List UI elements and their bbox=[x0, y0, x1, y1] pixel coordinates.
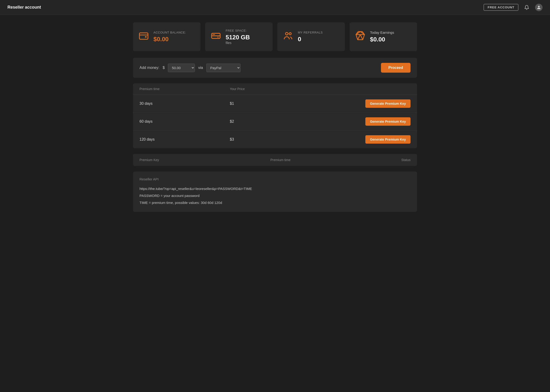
svg-point-8 bbox=[289, 33, 291, 35]
today-earnings-label: Today Earnings bbox=[370, 30, 394, 35]
svg-rect-2 bbox=[145, 36, 147, 37]
generate-key-120-button[interactable]: Generate Premium Key bbox=[365, 135, 410, 144]
days-120: 120 days bbox=[140, 137, 230, 141]
days-30: 30 days bbox=[140, 101, 230, 106]
days-60: 60 days bbox=[140, 119, 230, 124]
premium-table-section: Premium time Your Price 30 days $1 Gener… bbox=[133, 83, 417, 148]
generate-key-30-button[interactable]: Generate Premium Key bbox=[365, 99, 410, 108]
free-space-value: 5120 GB bbox=[226, 34, 250, 41]
api-line3: TIME = premium time, possible values: 30… bbox=[140, 199, 410, 206]
via-label: via bbox=[198, 66, 203, 70]
stat-card-free-space: FREE SPACE: 5120 GB files bbox=[205, 22, 273, 51]
premium-key-column-header: Premium Key bbox=[140, 158, 270, 162]
page-title: Reseller account bbox=[7, 5, 484, 10]
table-row: 120 days $3 Generate Premium Key bbox=[133, 131, 417, 148]
svg-point-7 bbox=[285, 32, 288, 35]
account-balance-value: $0.00 bbox=[154, 36, 186, 43]
account-balance-label: ACCOUNT BALANCE: bbox=[154, 31, 186, 34]
header-actions: FREE ACCOUNT bbox=[484, 4, 543, 11]
premium-key-table-section: Premium Key Premium time Status bbox=[133, 154, 417, 166]
price-120: $3 bbox=[230, 137, 320, 141]
free-account-button[interactable]: FREE ACCOUNT bbox=[484, 4, 518, 11]
api-text-block: https://the.tube/?op=api_reseller&u=leor… bbox=[140, 185, 410, 206]
premium-time-column-header: Premium time bbox=[140, 87, 230, 91]
free-space-label: FREE SPACE: bbox=[226, 29, 250, 32]
my-referrals-label: MY REFERRALS bbox=[298, 31, 323, 34]
svg-line-12 bbox=[360, 35, 363, 40]
today-earnings-value: $0.00 bbox=[370, 36, 394, 43]
notification-bell-icon[interactable] bbox=[523, 4, 530, 11]
diamond-icon bbox=[355, 31, 365, 43]
premium-table-header: Premium time Your Price bbox=[133, 83, 417, 95]
price-30: $1 bbox=[230, 101, 320, 106]
stat-card-my-referrals: MY REFERRALS 0 bbox=[277, 22, 345, 51]
stat-card-free-space-text: FREE SPACE: 5120 GB files bbox=[226, 29, 250, 45]
svg-point-5 bbox=[218, 36, 219, 37]
wallet-icon bbox=[139, 31, 149, 43]
your-price-column-header: Your Price bbox=[230, 87, 320, 91]
table-row: 60 days $2 Generate Premium Key bbox=[133, 113, 417, 131]
stat-card-today-earnings-text: Today Earnings $0.00 bbox=[370, 30, 394, 43]
my-referrals-value: 0 bbox=[298, 36, 323, 43]
header: Reseller account FREE ACCOUNT bbox=[0, 0, 550, 15]
status-column-header: Status bbox=[401, 158, 410, 162]
proceed-button[interactable]: Proceed bbox=[381, 63, 410, 73]
action-column-header bbox=[320, 87, 410, 91]
stat-card-account-balance: ACCOUNT BALANCE: $0.00 bbox=[133, 22, 200, 51]
svg-point-0 bbox=[538, 6, 540, 7]
add-money-label: Add money: bbox=[140, 66, 159, 70]
stat-card-account-balance-text: ACCOUNT BALANCE: $0.00 bbox=[154, 31, 186, 43]
free-space-sub: files bbox=[226, 41, 250, 45]
user-avatar-icon[interactable] bbox=[535, 4, 543, 11]
stat-cards-grid: ACCOUNT BALANCE: $0.00 FREE SPACE: 5120 … bbox=[133, 22, 417, 51]
dollar-sign: $ bbox=[162, 66, 165, 70]
svg-rect-1 bbox=[140, 33, 148, 39]
table-row: 30 days $1 Generate Premium Key bbox=[133, 95, 417, 113]
api-line2: PASSWORD = your account password bbox=[140, 192, 410, 199]
stat-card-today-earnings: Today Earnings $0.00 bbox=[350, 22, 417, 51]
premium-key-table-header: Premium Key Premium time Status bbox=[133, 154, 417, 166]
reseller-api-title: Reseller API bbox=[140, 177, 410, 181]
generate-key-60-button[interactable]: Generate Premium Key bbox=[365, 117, 410, 126]
stat-card-my-referrals-text: MY REFERRALS 0 bbox=[298, 31, 323, 43]
hdd-icon bbox=[211, 31, 221, 43]
price-60: $2 bbox=[230, 119, 320, 124]
main-content: ACCOUNT BALANCE: $0.00 FREE SPACE: 5120 … bbox=[124, 15, 426, 219]
users-icon bbox=[283, 31, 293, 43]
svg-line-11 bbox=[358, 35, 360, 40]
amount-select[interactable]: 50.00 100.00 200.00 500.00 bbox=[168, 63, 195, 72]
add-money-section: Add money: $ 50.00 100.00 200.00 500.00 … bbox=[133, 58, 417, 78]
premium-time-key-column-header: Premium time bbox=[270, 158, 401, 162]
reseller-api-section: Reseller API https://the.tube/?op=api_re… bbox=[133, 172, 417, 212]
api-line1: https://the.tube/?op=api_reseller&u=leor… bbox=[140, 185, 410, 192]
payment-method-select[interactable]: PayPal Bitcoin Credit Card bbox=[206, 63, 240, 72]
